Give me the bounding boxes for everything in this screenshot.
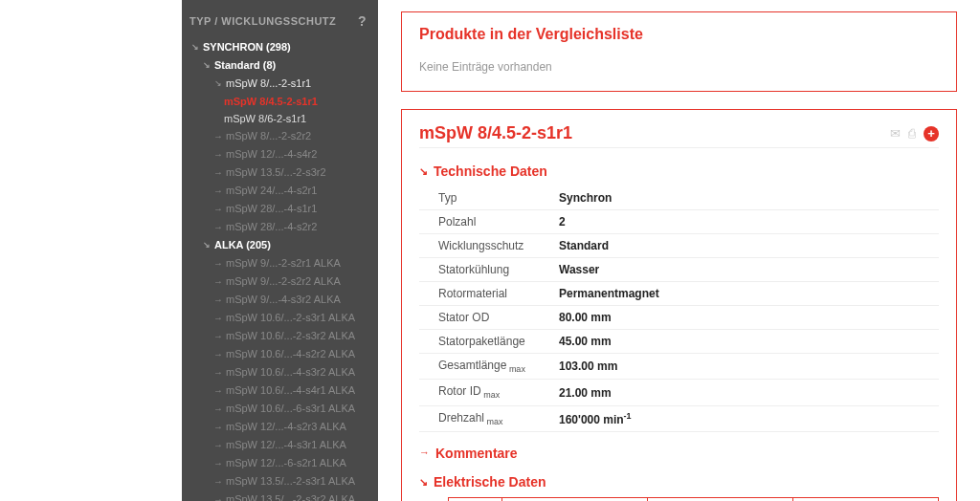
mail-icon[interactable]: ✉ (890, 126, 901, 141)
tree-arrow-icon: → (212, 437, 224, 454)
spec-key: Rotormaterial (419, 282, 553, 306)
spec-key: Stator OD (419, 306, 553, 330)
tree-leaf[interactable]: mSpW 8/6-2-s1r1 (182, 110, 378, 127)
tree-arrow-icon: ↘ (201, 56, 212, 74)
spec-row: Rotor ID max21.00 mm (419, 380, 939, 405)
tree-arrow-icon: → (212, 491, 224, 501)
spec-row: Stator OD80.00 mm (419, 306, 939, 330)
tree-arrow-icon: ↘ (189, 38, 201, 55)
tree-item[interactable]: →mSpW 24/...-4-s2r1 (182, 182, 378, 200)
spec-value: Synchron (553, 186, 939, 210)
arrow-down-icon: ↘ (419, 476, 428, 489)
spec-key: Drehzahl max (419, 405, 553, 431)
spec-row: StatorkühlungWasser (419, 258, 939, 282)
arrow-down-icon: ↘ (419, 165, 428, 178)
spec-value: 45.00 mm (553, 330, 939, 354)
tree-arrow-icon: ↘ (212, 75, 224, 92)
tree-arrow-icon: → (212, 310, 224, 327)
spec-value: 160'000 min-1 (553, 405, 939, 431)
tree-arrow-icon: → (212, 146, 224, 163)
tree-item[interactable]: →mSpW 13.5/...-2-s3r2 ALKA (182, 490, 378, 501)
technical-data-table: TypSynchronPolzahl2WicklungsschutzStanda… (419, 186, 939, 432)
compare-panel: Produkte in der Vergleichsliste Keine Ei… (401, 11, 957, 92)
spec-key: Gesamtlänge max (419, 354, 553, 380)
sidebar-header: TYP / WICKLUNGSSCHUTZ ? (182, 10, 378, 38)
spec-key: Wicklungsschutz (419, 234, 553, 258)
tree-item[interactable]: →mSpW 10.6/...-4-s4r1 ALKA (182, 381, 378, 400)
tree-arrow-icon: → (212, 401, 224, 418)
section-label: Elektrische Daten (434, 474, 546, 490)
section-technische-daten[interactable]: ↘ Technische Daten (419, 163, 939, 179)
tree-item[interactable]: →mSpW 13.5/...-2-s3r1 ALKA (182, 472, 378, 490)
spec-row: WicklungsschutzStandard (419, 234, 939, 258)
section-kommentare[interactable]: → Kommentare (419, 446, 939, 461)
tree-arrow-icon: → (212, 128, 224, 145)
sidebar-title: TYP / WICKLUNGSSCHUTZ (189, 15, 336, 27)
tree-arrow-icon: → (212, 346, 224, 363)
tree-item[interactable]: →mSpW 10.6/...-6-s3r1 ALKA (182, 400, 378, 418)
detail-actions: ✉ ⎙ + (890, 126, 939, 142)
tree-item[interactable]: →mSpW 9/...-2-s2r2 ALKA (182, 272, 378, 291)
add-compare-button[interactable]: + (924, 126, 939, 142)
tree-arrow-icon: → (212, 273, 224, 291)
tree-arrow-icon: → (212, 364, 224, 381)
spec-sub: max (481, 391, 501, 401)
tree-item[interactable]: →mSpW 12/...-4-s2r3 ALKA (182, 418, 378, 436)
tree-item[interactable]: →mSpW 9/...-2-s2r1 ALKA (182, 254, 378, 272)
tree-item[interactable]: →mSpW 10.6/...-2-s3r2 ALKA (182, 327, 378, 345)
tree-item[interactable]: →mSpW 12/...-4-s3r1 ALKA (182, 436, 378, 454)
spec-row: Drehzahl max160'000 min-1 (419, 405, 939, 431)
compare-empty-text: Keine Einträge vorhanden (419, 54, 939, 77)
electrical-data-table: S1S6 25% 120sS6 40% 120sS6 60% 120s (419, 497, 939, 501)
print-icon[interactable]: ⎙ (908, 126, 916, 141)
main-content: Produkte in der Vergleichsliste Keine Ei… (378, 0, 980, 501)
tree-group[interactable]: ↘SYNCHRON (298) (182, 38, 378, 56)
nav-tree: ↘SYNCHRON (298)↘Standard (8)↘mSpW 8/...-… (182, 38, 378, 501)
tree-item[interactable]: →mSpW 9/...-4-s3r2 ALKA (182, 291, 378, 309)
tree-item[interactable]: →mSpW 10.6/...-4-s2r2 ALKA (182, 345, 378, 363)
arrow-right-icon: → (419, 447, 430, 458)
sidebar: TYP / WICKLUNGSSCHUTZ ? ↘SYNCHRON (298)↘… (182, 0, 378, 501)
section-label: Technische Daten (434, 163, 547, 179)
tree-item[interactable]: →mSpW 12/...-4-s4r2 (182, 145, 378, 163)
tree-item[interactable]: →mSpW 10.6/...-2-s3r1 ALKA (182, 309, 378, 327)
spec-value: Standard (553, 234, 939, 258)
spec-value: Permanentmagnet (553, 282, 939, 306)
tree-arrow-icon: → (212, 328, 224, 345)
section-elektrische-daten[interactable]: ↘ Elektrische Daten (419, 474, 939, 490)
spec-row: RotormaterialPermanentmagnet (419, 282, 939, 306)
spec-row: Gesamtlänge max103.00 mm (419, 354, 939, 380)
tree-arrow-icon: → (212, 455, 224, 472)
spec-value: 21.00 mm (553, 380, 939, 405)
spec-row: TypSynchron (419, 186, 939, 210)
tree-item[interactable]: →mSpW 28/...-4-s1r1 (182, 200, 378, 218)
spec-key: Polzahl (419, 210, 553, 234)
tree-item[interactable]: →mSpW 13.5/...-2-s3r2 (182, 163, 378, 182)
tree-item[interactable]: →mSpW 12/...-6-s2r1 ALKA (182, 454, 378, 472)
tree-item[interactable]: →mSpW 10.6/...-4-s3r2 ALKA (182, 363, 378, 381)
tree-item[interactable]: ↘mSpW 8/...-2-s1r1 (182, 75, 378, 93)
detail-panel: mSpW 8/4.5-2-s1r1 ✉ ⎙ + ↘ Technische Dat… (401, 109, 957, 501)
tree-item[interactable]: →mSpW 8/...-2-s2r2 (182, 127, 378, 145)
tree-subgroup[interactable]: ↘Standard (8) (182, 56, 378, 75)
help-icon[interactable]: ? (358, 13, 367, 29)
spec-key: Statorpaketlänge (419, 330, 553, 354)
tree-leaf[interactable]: mSpW 8/4.5-2-s1r1 (182, 93, 378, 110)
tree-subgroup[interactable]: ↘ALKA (205) (182, 236, 378, 254)
spec-row: Polzahl2 (419, 210, 939, 234)
tree-arrow-icon: → (212, 292, 224, 309)
tree-arrow-icon: → (212, 382, 224, 400)
tree-arrow-icon: → (212, 219, 224, 236)
tree-arrow-icon: → (212, 201, 224, 218)
compare-title: Produkte in der Vergleichsliste (419, 26, 939, 43)
section-label: Kommentare (435, 446, 518, 461)
spec-value: Wasser (553, 258, 939, 282)
spec-value: 2 (553, 210, 939, 234)
tree-item[interactable]: →mSpW 28/...-4-s2r2 (182, 218, 378, 236)
detail-header: mSpW 8/4.5-2-s1r1 ✉ ⎙ + (419, 123, 939, 148)
tree-arrow-icon: → (212, 419, 224, 436)
spec-key: Rotor ID max (419, 380, 553, 405)
spec-sub: max (484, 417, 503, 426)
spec-key: Typ (419, 186, 553, 210)
spec-row: Statorpaketlänge45.00 mm (419, 330, 939, 354)
